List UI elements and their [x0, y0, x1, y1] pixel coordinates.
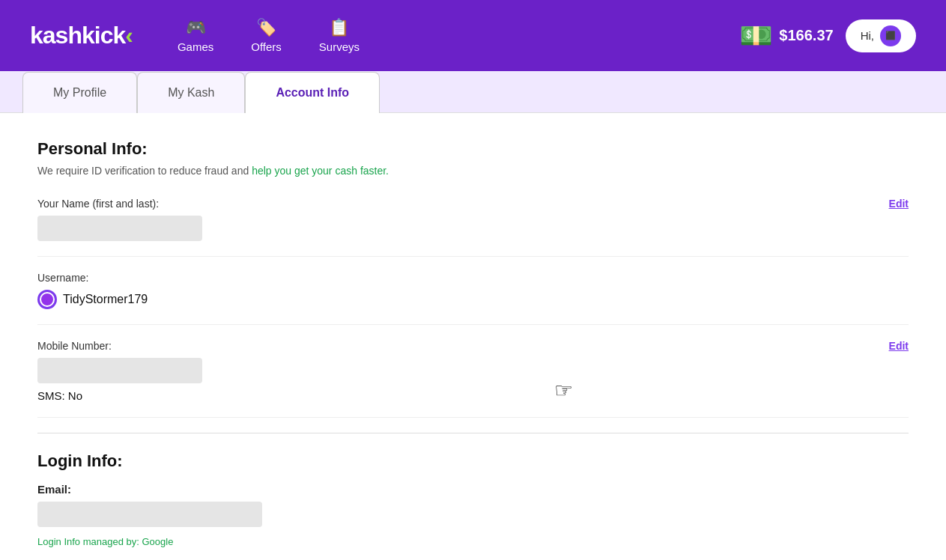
main-nav: 🎮 Games 🏷️ Offers 📋 Surveys [178, 18, 694, 53]
personal-info-desc: We require ID verification to reduce fra… [37, 165, 909, 177]
tabs-bar: My Profile My Kash Account Info [0, 71, 946, 113]
name-edit-link[interactable]: Edit [889, 198, 909, 210]
desc-highlight: help you get your cash faster. [252, 165, 389, 177]
sms-text: SMS: No [37, 389, 909, 402]
offers-icon: 🏷️ [256, 18, 276, 37]
user-button[interactable]: Hi, ⬛ [846, 19, 916, 52]
balance-amount: $166.37 [779, 27, 833, 44]
logo-accent: ‹ [125, 22, 133, 49]
main-content: Personal Info: We require ID verificatio… [0, 113, 946, 560]
header: kashkick‹ 🎮 Games 🏷️ Offers 📋 Surveys 💵 … [0, 0, 946, 71]
tab-my-kash[interactable]: My Kash [137, 72, 245, 113]
header-right: 💵 $166.37 Hi, ⬛ [739, 19, 916, 52]
username-avatar [37, 290, 57, 309]
money-icon: 💵 [739, 20, 773, 52]
login-info-title: Login Info: [37, 451, 909, 471]
username-label: Username: [37, 272, 88, 284]
balance-badge: 💵 $166.37 [739, 20, 833, 52]
personal-info-title: Personal Info: [37, 139, 909, 159]
nav-games[interactable]: 🎮 Games [178, 18, 213, 53]
managed-by-text: Login Info managed by: Google [37, 536, 909, 547]
offers-label: Offers [251, 40, 282, 53]
name-label: Your Name (first and last): [37, 198, 159, 210]
tab-account-info[interactable]: Account Info [245, 72, 380, 113]
tab-my-profile[interactable]: My Profile [22, 72, 137, 113]
username-avatar-inner [40, 292, 55, 307]
mobile-field-header: Mobile Number: Edit [37, 340, 909, 352]
username-field-header: Username: [37, 272, 909, 284]
desc-text: We require ID verification to reduce fra… [37, 165, 252, 177]
username-field-row: Username: TidyStormer179 [37, 272, 909, 325]
email-label: Email: [37, 483, 909, 496]
username-row: TidyStormer179 [37, 290, 909, 309]
hi-label: Hi, [861, 29, 874, 42]
logo[interactable]: kashkick‹ [30, 22, 133, 49]
name-field-header: Your Name (first and last): Edit [37, 198, 909, 210]
username-value: TidyStormer179 [63, 293, 148, 306]
surveys-label: Surveys [319, 40, 360, 53]
section-divider [37, 433, 909, 433]
mobile-edit-link[interactable]: Edit [889, 340, 909, 352]
games-icon: 🎮 [186, 18, 206, 37]
mobile-label: Mobile Number: [37, 340, 112, 352]
user-avatar: ⬛ [880, 25, 901, 46]
mobile-field-row: Mobile Number: Edit SMS: No [37, 340, 909, 418]
nav-surveys[interactable]: 📋 Surveys [319, 18, 360, 53]
games-label: Games [178, 40, 213, 53]
surveys-icon: 📋 [329, 18, 349, 37]
name-value-box [37, 216, 202, 241]
mobile-value-box [37, 358, 202, 383]
nav-offers[interactable]: 🏷️ Offers [251, 18, 282, 53]
avatar-placeholder: ⬛ [885, 31, 896, 40]
name-field-row: Your Name (first and last): Edit [37, 198, 909, 257]
email-value-box [37, 502, 262, 527]
